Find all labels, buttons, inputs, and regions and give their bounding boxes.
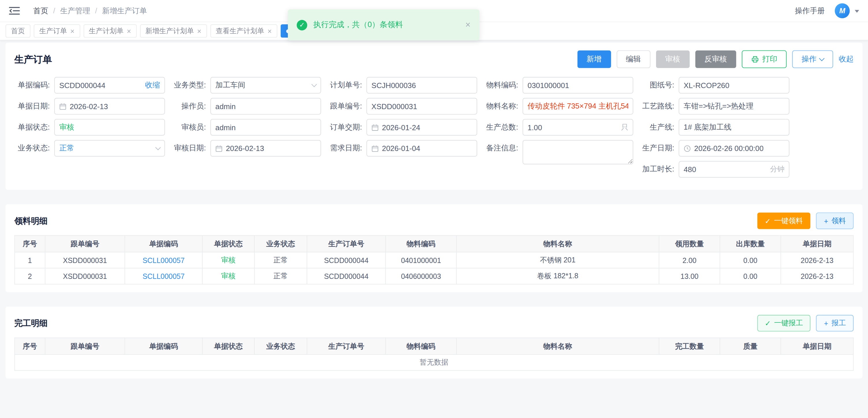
doc-code-link[interactable]: SCLL000057 (143, 272, 185, 280)
field-label: 业务类型: (170, 77, 210, 94)
one-click-report-button[interactable]: ✓ 一键报工 (757, 315, 811, 332)
doc-code-input[interactable]: SCDD000044 收缩 (54, 77, 165, 94)
field-label: 工艺路线: (639, 98, 679, 115)
avatar-dropdown-caret-icon[interactable] (855, 10, 859, 15)
field-drawing-no: 图纸号: XL-RCOP260 (639, 77, 789, 94)
order-form: 单据编码: SCDD000044 收缩 业务类型: 加工车间 计划单号: (14, 77, 854, 182)
audit-date-picker[interactable]: 2026-02-13 (210, 140, 321, 157)
biz-type-select[interactable]: 加工车间 (210, 77, 321, 94)
table-row[interactable]: 1 XSDD000031 SCLL000057 审核 正常 SCDD000044… (15, 252, 853, 268)
doc-date-value: 2026-02-13 (70, 102, 108, 110)
table-cell: 1 (15, 252, 45, 268)
drawing-no-input[interactable]: XL-RCOP260 (679, 77, 789, 94)
chevron-down-icon (311, 82, 317, 87)
field-label: 生产总数: (483, 119, 523, 136)
field-route: 工艺路线: 车钳=>钻孔=>热处理 (639, 98, 789, 115)
avatar[interactable]: M (835, 3, 850, 19)
add-pick-button[interactable]: + 领料 (816, 213, 854, 229)
tab-view-production-plan[interactable]: 查看生产计划单 × (210, 24, 277, 37)
route-input[interactable]: 车钳=>钻孔=>热处理 (679, 98, 789, 115)
tab-close-icon[interactable]: × (127, 27, 131, 35)
breadcrumb-production-mgmt[interactable]: 生产管理 (60, 6, 90, 16)
tab-close-icon[interactable]: × (197, 27, 202, 35)
column-header: 单据状态 (203, 235, 254, 252)
operate-dropdown-button[interactable]: 操作 (792, 50, 833, 68)
add-report-button[interactable]: + 报工 (816, 315, 854, 332)
line-input[interactable]: 1# 底架加工线 (679, 119, 789, 136)
material-code-input[interactable]: 0301000001 (523, 77, 633, 94)
tab-production-plan[interactable]: 生产计划单 × (84, 24, 136, 37)
order-card-header: 生产订单 新增 编辑 审核 反审核 打印 操作 (14, 50, 854, 68)
breadcrumb-home[interactable]: 首页 (33, 6, 48, 16)
table-cell: XSDD000031 (45, 252, 125, 268)
shrink-link[interactable]: 收缩 (145, 80, 160, 90)
unit-suffix: 只 (621, 122, 628, 132)
duration-input[interactable]: 480 分钟 (679, 161, 789, 178)
biz-type-value: 加工车间 (215, 80, 245, 90)
column-header: 物料编码 (385, 338, 456, 354)
material-name-input[interactable]: 传动皮轮件 735×794 主机孔54 (523, 98, 633, 115)
one-click-pick-button[interactable]: ✓ 一键领料 (757, 213, 811, 229)
tab-production-order[interactable]: 生产订单 × (34, 24, 80, 37)
field-label: 操作员: (170, 98, 210, 115)
print-button[interactable]: 打印 (742, 50, 786, 68)
doc-date-picker[interactable]: 2026-02-13 (54, 98, 165, 115)
empty-state: 暂无数据 (15, 354, 853, 371)
biz-status-select[interactable]: 正常 (54, 140, 165, 157)
printer-icon (751, 56, 759, 63)
total-qty-input[interactable]: 1.00 只 (523, 119, 633, 136)
drawing-no-value: XL-RCOP260 (684, 81, 730, 90)
add-report-label: 报工 (831, 318, 846, 328)
calendar-icon (215, 144, 223, 152)
table-cell: 2026-2-13 (781, 252, 853, 268)
field-doc-code: 单据编码: SCDD000044 收缩 (14, 77, 165, 94)
prod-date-picker[interactable]: 2026-02-26 00:00:00 (679, 140, 789, 157)
auditor-input[interactable]: admin (210, 119, 321, 136)
audit-button[interactable]: 审核 (656, 50, 689, 68)
plan-no-input[interactable]: SCJH000036 (366, 77, 477, 94)
field-duration: 加工时长: 480 分钟 (639, 161, 789, 178)
toast-close-icon[interactable]: × (465, 20, 471, 30)
field-label: 单据编码: (14, 77, 54, 94)
table-cell: 0406000003 (385, 268, 456, 284)
unaudit-button[interactable]: 反审核 (695, 50, 736, 68)
operator-input[interactable]: admin (210, 98, 321, 115)
follow-no-input[interactable]: XSDD000031 (366, 98, 477, 115)
delivery-date-picker[interactable]: 2026-01-24 (366, 119, 477, 136)
demand-date-picker[interactable]: 2026-01-04 (366, 140, 477, 157)
follow-no-value: XSDD000031 (371, 102, 417, 110)
tab-home[interactable]: 首页 (5, 24, 30, 37)
table-cell: 不锈钢 201 (457, 252, 659, 268)
tab-label: 查看生产计划单 (216, 26, 264, 36)
table-cell: SCDD000044 (307, 268, 385, 284)
column-header: 物料编码 (385, 235, 456, 252)
tab-close-icon[interactable]: × (268, 27, 272, 35)
field-label: 物料编码: (483, 77, 523, 94)
page: 首页 / 生产管理 / 新增生产订单 操作手册 M 首页 生产订单 × 生产计划… (0, 0, 868, 418)
table-row[interactable]: 2 XSDD000031 SCLL000057 审核 正常 SCDD000044… (15, 268, 853, 284)
column-header: 跟单编号 (45, 235, 125, 252)
duration-value: 480 (684, 165, 696, 173)
breadcrumb-separator: / (53, 7, 55, 15)
tab-label: 生产订单 (39, 26, 67, 36)
picking-title: 领料明细 (14, 216, 48, 226)
tab-new-production-plan[interactable]: 新增生产计划单 × (140, 24, 207, 37)
manual-link[interactable]: 操作手册 (795, 6, 825, 16)
material-name-value: 传动皮轮件 735×794 主机孔54 (528, 101, 628, 111)
edit-button[interactable]: 编辑 (617, 50, 650, 68)
field-label: 加工时长: (639, 161, 679, 178)
collapse-sidebar-icon[interactable] (9, 6, 21, 16)
field-biz-type: 业务类型: 加工车间 (170, 77, 321, 94)
completion-details-card: 完工明细 ✓ 一键报工 + 报工 (5, 307, 863, 379)
doc-code-link[interactable]: SCLL000057 (143, 256, 185, 264)
picking-card-header: 领料明细 ✓ 一键领料 + 领料 (14, 212, 854, 229)
doc-status-input[interactable]: 审核 (54, 119, 165, 136)
add-button[interactable]: 新增 (577, 50, 611, 68)
remark-textarea[interactable] (523, 140, 633, 164)
tab-close-icon[interactable]: × (70, 27, 74, 35)
plus-icon: + (824, 217, 828, 225)
column-header: 出库数量 (720, 235, 781, 252)
picking-table: 序号 跟单编号 单据编码 单据状态 业务状态 生产订单号 物料编码 物料名称 领… (14, 235, 854, 285)
collapse-panel-link[interactable]: 收起 (839, 54, 854, 64)
field-label: 图纸号: (639, 77, 679, 94)
